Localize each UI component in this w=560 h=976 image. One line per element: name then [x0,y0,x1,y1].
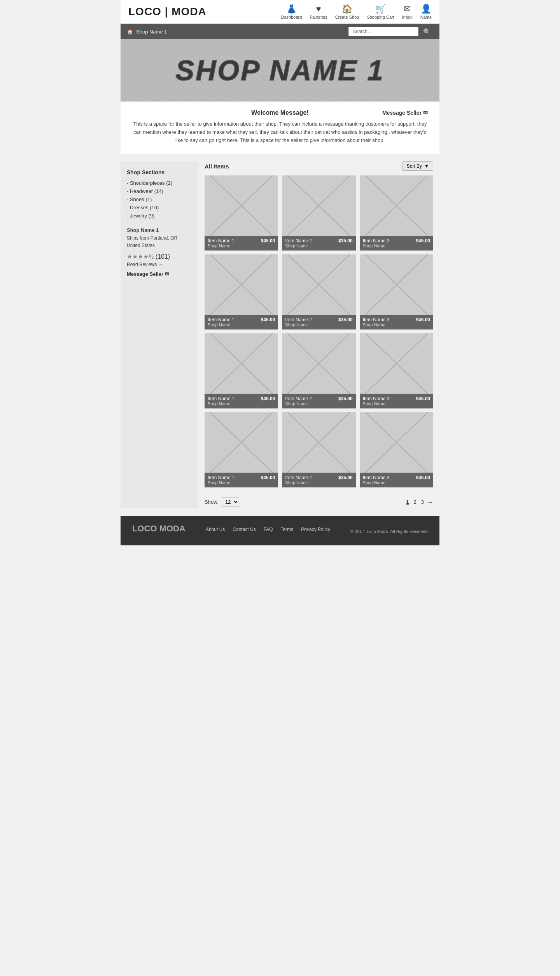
next-page-arrow[interactable]: → [427,499,433,506]
item-card[interactable]: Item Name 2 $35.00 Shop Name [282,175,355,251]
nav-shopping-cart[interactable]: 🛒 Shopping Cart [367,4,394,19]
sidebar-ships-from: Ships from Portland, OR [127,235,192,242]
nav-account[interactable]: 👤 Name [420,4,432,19]
page-3[interactable]: 3 [420,498,425,506]
footer-copyright: © 2017. Loco Moda- All Rights Reserved [350,529,428,534]
logo[interactable]: LOCO | MODA [128,5,206,18]
nav-dashboard[interactable]: 👗 Dashboard [281,4,302,19]
subnav: 🏠 Shop Name 1 🔍 [121,24,439,39]
sidebar-item-shoulderpieces[interactable]: - Shoulderpieces (2) [127,180,192,186]
welcome-text: This is a space for the seller to give i… [132,120,428,144]
subnav-left: 🏠 Shop Name 1 [127,29,167,35]
item-card[interactable]: Item Name 1 $45.00 Shop Name [205,254,278,329]
welcome-section: Welcome Message! Message Seller ✉ This i… [121,102,439,154]
show-select: Show: 12 24 48 [205,498,239,506]
item-name: Item Name 1 [208,396,234,401]
item-card[interactable]: Item Name 3 $45.00 Shop Name [360,333,433,408]
search-input[interactable] [348,27,418,36]
page-2[interactable]: 2 [412,498,418,506]
sort-button[interactable]: Sort By ▼ [402,161,433,171]
item-price: $45.00 [416,475,430,480]
item-shop: Shop Name [208,480,275,485]
item-card[interactable]: Item Name 1 $45.00 Shop Name [205,333,278,408]
nav-create-shop[interactable]: 🏠 Create Shop [335,4,359,19]
item-info: Item Name 3 $45.00 Shop Name [360,236,433,251]
item-info: Item Name 3 $45.00 Shop Name [360,315,433,329]
item-image [360,175,433,236]
page-1[interactable]: 1 [404,498,410,506]
sidebar-item-dresses[interactable]: - Dresses (10) [127,205,192,210]
welcome-header: Welcome Message! Message Seller ✉ [132,109,428,116]
footer-logo[interactable]: LOCO MODA [132,524,186,534]
item-price: $35.00 [338,475,353,480]
item-card[interactable]: Item Name 3 $45.00 Shop Name [360,412,433,487]
nav-inbox[interactable]: ✉ Inbox [402,4,413,19]
nav-favorites[interactable]: ♥ Favorites [310,4,327,19]
dashboard-icon: 👗 [286,4,297,14]
sidebar-item-headwear[interactable]: - Headwear (14) [127,188,192,194]
sidebar-item-jewelry[interactable]: - Jewelry (9) [127,213,192,219]
item-image [360,333,433,394]
item-image [282,175,355,236]
item-info: Item Name 1 $45.00 Shop Name [205,394,278,408]
item-shop: Shop Name [285,480,352,485]
item-card[interactable]: Item Name 2 $35.00 Shop Name [282,333,355,408]
item-image [205,333,278,394]
search-button[interactable]: 🔍 [421,27,433,36]
hero-title: SHOP NAME 1 [175,54,384,86]
favorites-label: Favorites [310,15,327,19]
item-info: Item Name 1 $45.00 Shop Name [205,473,278,487]
footer-link-privacy[interactable]: Privacy Policy [301,527,330,532]
item-shop: Shop Name [363,244,430,248]
inbox-icon: ✉ [404,4,411,14]
item-info: Item Name 3 $45.00 Shop Name [360,394,433,408]
item-name: Item Name 1 [208,317,234,322]
footer-link-about[interactable]: About Us [206,527,225,532]
item-shop: Shop Name [363,480,430,485]
item-shop: Shop Name [208,322,275,327]
item-price: $45.00 [416,317,430,322]
shop-home-icon: 🏠 [127,29,133,35]
message-seller-sidebar-button[interactable]: Message Seller ✉ [127,271,192,277]
item-shop: Shop Name [208,244,275,248]
footer-link-terms[interactable]: Terms [281,527,294,532]
nav-icons: 👗 Dashboard ♥ Favorites 🏠 Create Shop 🛒 … [281,4,432,19]
create-shop-label: Create Shop [335,15,359,19]
item-price: $45.00 [261,317,275,322]
item-shop: Shop Name [208,401,275,406]
sidebar: Shop Sections - Shoulderpieces (2) - Hea… [121,161,198,508]
item-image [205,175,278,236]
per-page-select[interactable]: 12 24 48 [222,498,239,506]
item-card[interactable]: Item Name 1 $45.00 Shop Name [205,175,278,251]
items-section-title: All Items [205,163,229,170]
item-card[interactable]: Item Name 3 $45.00 Shop Name [360,254,433,329]
show-label: Show: [205,499,219,505]
sidebar-sections-title: Shop Sections [127,169,192,175]
item-price: $45.00 [261,396,275,401]
pagination-bar: Show: 12 24 48 1 2 3 → [205,494,433,508]
welcome-title: Welcome Message! [231,109,329,116]
item-card[interactable]: Item Name 2 $35.00 Shop Name [282,412,355,487]
message-seller-top-button[interactable]: Message Seller ✉ [329,110,428,116]
footer-link-faq[interactable]: FAQ [264,527,273,532]
item-card[interactable]: Item Name 2 $35.00 Shop Name [282,254,355,329]
read-reviews-link[interactable]: Read Reviews → [127,262,192,267]
footer-link-contact[interactable]: Contact Us [233,527,256,532]
sidebar-item-shoes[interactable]: - Shoes (1) [127,196,192,202]
header: LOCO | MODA 👗 Dashboard ♥ Favorites 🏠 Cr… [121,0,439,24]
item-card[interactable]: Item Name 3 $45.00 Shop Name [360,175,433,251]
item-price: $35.00 [338,238,353,244]
footer: LOCO MODA About Us Contact Us FAQ Terms … [121,516,439,545]
item-shop: Shop Name [285,244,352,248]
item-image [360,412,433,473]
item-info: Item Name 3 $45.00 Shop Name [360,473,433,487]
item-image [282,254,355,315]
item-image [205,254,278,315]
item-name: Item Name 3 [363,317,390,322]
item-shop: Shop Name [285,401,352,406]
item-price: $45.00 [416,238,430,244]
shop-info: Shop Name 1 Ships from Portland, OR Unit… [127,226,192,249]
item-image [205,412,278,473]
sidebar-country: United States [127,242,192,249]
item-card[interactable]: Item Name 1 $45.00 Shop Name [205,412,278,487]
